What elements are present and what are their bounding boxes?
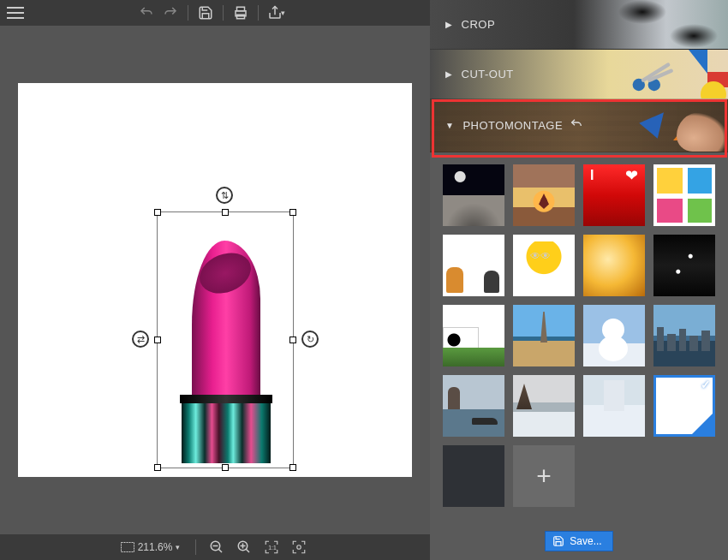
chevron-right-icon: ▶	[445, 69, 453, 79]
chevron-down-icon: ▾	[176, 543, 180, 551]
thumbnail-dark-blank[interactable]	[443, 445, 504, 507]
chevron-down-icon: ▼	[445, 121, 454, 130]
zoom-fit-button[interactable]	[289, 537, 309, 557]
undo-button[interactable]	[136, 3, 157, 23]
thumbnails-grid: +	[439, 164, 719, 507]
panel-photomontage[interactable]: ▼ PHOTOMONTAGE	[430, 99, 728, 152]
editor-panel: ▾ ⇅	[0, 0, 430, 560]
divider	[188, 5, 188, 21]
svg-point-12	[297, 545, 301, 550]
thumbnails-area: +	[430, 152, 728, 526]
rotate-icon[interactable]: ↻	[301, 331, 319, 348]
thumbnail-snowman[interactable]	[583, 305, 645, 366]
thumbnail-red-heart[interactable]	[583, 164, 645, 226]
print-button[interactable]	[230, 3, 251, 23]
share-button[interactable]: ▾	[266, 3, 286, 23]
thumbnail-dark-sparkle[interactable]	[653, 235, 715, 296]
svg-line-10	[247, 549, 250, 552]
right-panel: ▶ CROP ▶ CUT-OUT ▼ PHOTOMONTAGE	[430, 0, 728, 560]
thumbnail-venice[interactable]	[443, 375, 504, 437]
svg-point-14	[648, 79, 660, 91]
add-thumbnail-button[interactable]: +	[513, 445, 575, 507]
thumbnail-cow-grass[interactable]	[443, 305, 504, 366]
zoom-value: 211.6%	[138, 541, 173, 553]
thumbnail-comic-bubbles[interactable]	[653, 164, 715, 226]
resize-handle-mr[interactable]	[289, 337, 296, 343]
thumbnail-yellow-monster[interactable]	[513, 235, 575, 296]
reset-icon[interactable]	[570, 117, 583, 134]
zoom-out-button[interactable]	[206, 537, 227, 557]
thumbnail-blank-white[interactable]	[653, 375, 715, 437]
thumbnail-winter-snow[interactable]	[583, 375, 645, 437]
chevron-right-icon: ▶	[445, 20, 453, 29]
svg-text:1:1: 1:1	[269, 545, 277, 551]
resize-handle-ml[interactable]	[154, 337, 161, 343]
redo-button[interactable]	[160, 3, 181, 23]
resize-handle-bm[interactable]	[222, 464, 229, 471]
panel-photomontage-label: PHOTOMONTAGE	[462, 119, 563, 132]
divider	[258, 5, 259, 21]
thumbnail-moon-surface[interactable]	[443, 164, 504, 226]
zoom-actual-button[interactable]: 1:1	[261, 537, 282, 557]
canvas-area[interactable]: ⇅ ⇄ ↻	[0, 26, 430, 534]
thumbnail-sunset-field[interactable]	[513, 164, 575, 226]
svg-line-6	[219, 549, 223, 552]
svg-point-13	[633, 79, 645, 91]
zoom-display[interactable]: 211.6% ▾	[121, 541, 181, 553]
resize-handle-bl[interactable]	[154, 464, 161, 471]
zoom-in-button[interactable]	[234, 537, 254, 557]
save-button-label: Save...	[570, 535, 601, 547]
thumbnail-winter-trees[interactable]	[513, 375, 575, 437]
panel-cutout-label: CUT-OUT	[462, 68, 514, 80]
menu-button[interactable]	[7, 7, 24, 19]
thumbnail-animals-white[interactable]	[443, 235, 504, 296]
selection-box[interactable]: ⇅ ⇄ ↻	[157, 211, 294, 468]
scissors-icon	[629, 62, 677, 95]
bottom-toolbar: 211.6% ▾ 1:1	[0, 534, 430, 560]
thumbnail-golden-bokeh[interactable]	[583, 235, 645, 296]
divider	[195, 539, 196, 555]
resize-handle-tr[interactable]	[289, 209, 296, 216]
resize-handle-tm[interactable]	[222, 209, 229, 216]
resize-handle-br[interactable]	[289, 464, 296, 471]
svg-rect-3	[121, 543, 134, 552]
canvas-image-lipstick[interactable]	[179, 241, 273, 463]
panel-cutout[interactable]: ▶ CUT-OUT	[430, 50, 728, 99]
top-toolbar: ▾	[0, 0, 430, 26]
thumbnail-eiffel-tower[interactable]	[513, 305, 575, 366]
divider	[223, 5, 224, 21]
save-button[interactable]: Save...	[545, 531, 612, 551]
canvas[interactable]: ⇅ ⇄ ↻	[18, 83, 412, 477]
panel-crop[interactable]: ▶ CROP	[430, 0, 728, 50]
flip-vertical-icon[interactable]: ⇅	[216, 187, 233, 204]
panel-crop-label: CROP	[462, 18, 496, 31]
flip-horizontal-icon[interactable]: ⇄	[132, 331, 149, 348]
save-button[interactable]	[195, 3, 216, 23]
thumbnail-city-skyline[interactable]	[653, 305, 715, 366]
resize-handle-tl[interactable]	[154, 209, 161, 216]
